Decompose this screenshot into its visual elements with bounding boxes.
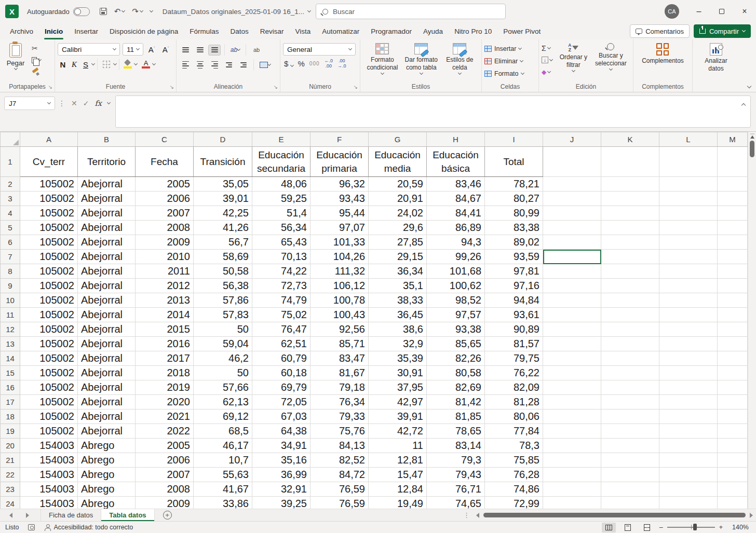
cell-F19[interactable]: 75,76 xyxy=(310,424,369,439)
increase-indent-button[interactable] xyxy=(237,60,250,71)
cell-G10[interactable]: 38,33 xyxy=(369,293,427,308)
decrease-decimal-button[interactable]: .00→.0 xyxy=(338,59,346,69)
cell-I14[interactable]: 79,75 xyxy=(485,351,543,366)
cell-A3[interactable]: 105002 xyxy=(20,192,78,206)
cell-I5[interactable]: 83,38 xyxy=(485,221,543,235)
cell-E4[interactable]: 51,4 xyxy=(252,206,310,221)
cell-D21[interactable]: 10,7 xyxy=(194,453,252,468)
column-header-D[interactable]: D xyxy=(194,132,252,147)
cell-E11[interactable]: 75,02 xyxy=(252,308,310,322)
cell-A16[interactable]: 105002 xyxy=(20,380,78,395)
cell-H7[interactable]: 99,26 xyxy=(427,250,485,264)
cell-L19[interactable] xyxy=(659,424,718,439)
insert-function-button[interactable]: fx xyxy=(95,99,102,107)
tab-formulas[interactable]: Fórmulas xyxy=(184,23,224,39)
cell-E10[interactable]: 74,79 xyxy=(252,293,310,308)
cell-J16[interactable] xyxy=(543,380,601,395)
cell-F4[interactable]: 95,44 xyxy=(310,206,369,221)
cell-K12[interactable] xyxy=(601,322,659,337)
cell-B11[interactable]: Abejorral xyxy=(78,308,136,322)
cell-B23[interactable]: Abrego xyxy=(78,482,136,497)
dialog-launcher-icon[interactable]: ↘ xyxy=(354,85,358,90)
decrease-indent-button[interactable] xyxy=(223,60,235,71)
cell-B1[interactable]: Territorio xyxy=(78,147,136,177)
share-button[interactable]: Compartir xyxy=(694,24,751,38)
cell-K9[interactable] xyxy=(601,279,659,293)
cell-L22[interactable] xyxy=(659,468,718,482)
cell-D19[interactable]: 68,5 xyxy=(194,424,252,439)
cell-I2[interactable]: 78,21 xyxy=(485,177,543,192)
cell-K19[interactable] xyxy=(601,424,659,439)
excel-logo-icon[interactable]: X xyxy=(5,5,19,18)
cell-K10[interactable] xyxy=(601,293,659,308)
zoom-slider[interactable] xyxy=(667,527,715,527)
cell-C10[interactable]: 2013 xyxy=(136,293,194,308)
cell-E14[interactable]: 60,79 xyxy=(252,351,310,366)
cell-F20[interactable]: 84,13 xyxy=(310,439,369,453)
cell-D22[interactable]: 55,63 xyxy=(194,468,252,482)
cell-F6[interactable]: 101,33 xyxy=(310,235,369,250)
cell-G23[interactable]: 12,84 xyxy=(369,482,427,497)
next-sheet-icon[interactable] xyxy=(26,513,29,518)
cell-B7[interactable]: Abejorral xyxy=(78,250,136,264)
cell-D7[interactable]: 58,69 xyxy=(194,250,252,264)
accessibility-status[interactable]: Accesibilidad: todo correcto xyxy=(44,524,133,531)
cell-L1[interactable] xyxy=(659,147,718,177)
font-name-select[interactable]: Calibri xyxy=(58,43,120,56)
cell-H5[interactable]: 86,89 xyxy=(427,221,485,235)
cell-M1[interactable] xyxy=(718,147,748,177)
cell-L4[interactable] xyxy=(659,206,718,221)
merge-center-button[interactable] xyxy=(258,62,272,68)
cell-H4[interactable]: 84,41 xyxy=(427,206,485,221)
chevron-down-icon[interactable] xyxy=(107,101,111,104)
cell-G3[interactable]: 20,91 xyxy=(369,192,427,206)
row-header-3[interactable]: 3 xyxy=(1,192,20,206)
cell-B3[interactable]: Abejorral xyxy=(78,192,136,206)
cell-L16[interactable] xyxy=(659,380,718,395)
cell-C1[interactable]: Fecha xyxy=(136,147,194,177)
cell-M6[interactable] xyxy=(718,235,748,250)
row-header-1[interactable]: 1 xyxy=(1,147,20,177)
row-header-4[interactable]: 4 xyxy=(1,206,20,221)
cell-A11[interactable]: 105002 xyxy=(20,308,78,322)
cell-G14[interactable]: 35,39 xyxy=(369,351,427,366)
autosum-button[interactable]: Σ xyxy=(542,43,552,53)
cell-D17[interactable]: 62,13 xyxy=(194,395,252,409)
row-header-23[interactable]: 23 xyxy=(1,482,20,497)
redo-button[interactable]: ↷ xyxy=(129,4,145,19)
accounting-format-button[interactable]: $ xyxy=(284,59,293,68)
cell-I16[interactable]: 82,09 xyxy=(485,380,543,395)
minimize-button[interactable]: – xyxy=(687,0,710,23)
zoom-slider-thumb[interactable] xyxy=(693,524,697,530)
cell-B8[interactable]: Abejorral xyxy=(78,264,136,279)
cell-B2[interactable]: Abejorral xyxy=(78,177,136,192)
percent-style-button[interactable]: % xyxy=(298,59,305,68)
cell-L12[interactable] xyxy=(659,322,718,337)
confirm-entry-button[interactable]: ✓ xyxy=(83,99,89,107)
cell-F12[interactable]: 92,56 xyxy=(310,322,369,337)
cell-K11[interactable] xyxy=(601,308,659,322)
tab-inicio[interactable]: Inicio xyxy=(39,23,69,39)
cell-C21[interactable]: 2006 xyxy=(136,453,194,468)
autosave-control[interactable]: Autoguardado xyxy=(27,7,90,16)
chevron-down-icon[interactable] xyxy=(91,62,95,65)
comments-button[interactable]: Comentarios xyxy=(630,24,690,38)
cell-C17[interactable]: 2020 xyxy=(136,395,194,409)
fill-color-button[interactable] xyxy=(122,60,133,69)
cell-H17[interactable]: 81,42 xyxy=(427,395,485,409)
cell-E15[interactable]: 60,18 xyxy=(252,366,310,380)
tab-insertar[interactable]: Insertar xyxy=(69,23,104,39)
cell-I4[interactable]: 80,99 xyxy=(485,206,543,221)
cell-L11[interactable] xyxy=(659,308,718,322)
collapse-formula-bar-button[interactable] xyxy=(741,103,746,107)
cell-C24[interactable]: 2009 xyxy=(136,497,194,509)
cell-A15[interactable]: 105002 xyxy=(20,366,78,380)
cell-I9[interactable]: 97,16 xyxy=(485,279,543,293)
cell-C6[interactable]: 2009 xyxy=(136,235,194,250)
cell-M23[interactable] xyxy=(718,482,748,497)
cell-F1[interactable]: Educación primaria xyxy=(310,147,369,177)
cell-L9[interactable] xyxy=(659,279,718,293)
font-size-select[interactable]: 11 xyxy=(123,43,143,56)
row-header-5[interactable]: 5 xyxy=(1,221,20,235)
scroll-left-icon[interactable] xyxy=(476,513,479,518)
